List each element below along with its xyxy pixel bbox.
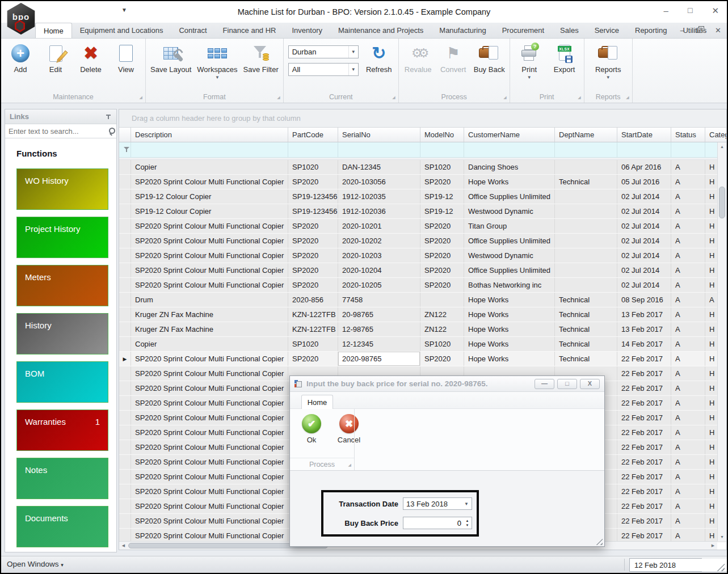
cell-customer[interactable]: Bothas Networking inc (464, 278, 555, 292)
cell-startdate[interactable]: 22 Feb 2017 (617, 470, 671, 484)
cell-serialno[interactable]: 1912-102035 (338, 189, 420, 204)
cell-status[interactable]: A (671, 352, 705, 366)
filter-select[interactable]: All ▼ (288, 63, 359, 76)
cell-startdate[interactable]: 22 Feb 2017 (617, 425, 671, 440)
cell-description[interactable]: SP2020 Sprint Colour Multi Functional Co… (131, 529, 288, 542)
filter-cell-description[interactable] (131, 142, 288, 157)
tab-maintenance-and-projects[interactable]: Maintenance and Projects (330, 23, 431, 38)
table-row[interactable]: SP2020 Sprint Colour Multi Functional Co… (119, 278, 726, 293)
cell-description[interactable]: SP2020 Sprint Colour Multi Functional Co… (131, 499, 288, 513)
filter-cell-startdate[interactable] (617, 142, 671, 157)
cell-status[interactable]: A (671, 204, 705, 218)
cell-customer[interactable]: Office Supplies Unlimited (464, 263, 555, 277)
cell-description[interactable]: SP2020 Sprint Colour Multi Functional Co… (131, 175, 288, 189)
cell-dept[interactable] (555, 204, 617, 218)
column-header-partcode[interactable]: PartCode (288, 128, 338, 142)
sidebar-button-meters[interactable]: Meters (16, 265, 108, 306)
cell-serialno[interactable]: 2020-10204 (338, 263, 420, 277)
group-launcher-icon[interactable]: ◢ (392, 95, 395, 100)
cell-description[interactable]: SP2020 Sprint Colour Multi Functional Co… (131, 440, 288, 454)
cell-modelno[interactable]: SP2020 (420, 219, 464, 233)
cell-modelno[interactable]: SP19-12 (420, 189, 464, 204)
cell-partcode[interactable]: SP1020 (288, 160, 338, 174)
filter-cell-deptname[interactable] (555, 142, 617, 157)
cell-serialno[interactable]: 77458 (338, 293, 420, 307)
cell-startdate[interactable]: 22 Feb 2017 (617, 352, 671, 366)
table-row[interactable]: SP2020 Sprint Colour Multi Functional Co… (119, 263, 726, 278)
maximize-icon[interactable]: □ (688, 6, 692, 16)
cell-dept[interactable]: Technical (555, 337, 617, 351)
mdi-minimize-icon[interactable]: – (680, 26, 684, 35)
cell-dept[interactable] (555, 219, 617, 233)
cell-status[interactable]: A (671, 499, 705, 513)
search-input[interactable] (9, 127, 108, 136)
cell-status[interactable]: A (671, 366, 705, 381)
cell-customer[interactable]: Dancing Shoes (464, 160, 555, 174)
table-row[interactable]: Kruger ZN Fax MachineKZN-122TFB12-98765Z… (119, 322, 726, 337)
cell-partcode[interactable]: KZN-122TFB (288, 322, 338, 336)
sidebar-button-warranties[interactable]: Warranties1 (16, 410, 108, 451)
table-row[interactable]: Drum2020-85677458Hope WorksTechnical08 S… (119, 293, 726, 307)
filter-cell-customername[interactable] (464, 142, 555, 157)
tab-service[interactable]: Service (587, 23, 627, 38)
ok-button[interactable]: ✔ Ok (297, 412, 326, 444)
cell-serialno[interactable]: 2020-10202 (338, 234, 420, 248)
cell-serialno[interactable]: 2020-98765 (338, 352, 420, 366)
cell-description[interactable]: SP2020 Sprint Colour Multi Functional Co… (131, 263, 288, 277)
cell-modelno[interactable]: SP1020 (420, 337, 464, 351)
cell-partcode[interactable]: KZN-122TFB (288, 307, 338, 322)
cell-dept[interactable]: Technical (555, 352, 617, 366)
cell-partcode[interactable]: SP2020 (288, 219, 338, 233)
dialog-resize-grip[interactable] (595, 538, 603, 545)
cell-status[interactable]: A (671, 160, 705, 174)
cell-description[interactable]: SP2020 Sprint Colour Multi Functional Co… (131, 219, 288, 233)
cell-startdate[interactable]: 22 Feb 2017 (617, 529, 671, 542)
cell-serialno[interactable]: 2020-10203 (338, 248, 420, 263)
cell-dept[interactable] (555, 189, 617, 204)
cell-description[interactable]: SP2020 Sprint Colour Multi Functional Co… (131, 470, 288, 484)
cell-partcode[interactable]: SP2020 (288, 352, 338, 366)
cell-startdate[interactable]: 02 Jul 2014 (617, 204, 671, 218)
pin-icon[interactable] (105, 113, 112, 120)
cell-modelno[interactable]: SP2020 (420, 248, 464, 263)
group-launcher-icon[interactable]: ◢ (277, 95, 280, 100)
sidebar-button-documents[interactable]: Documents (16, 506, 108, 547)
search-icon[interactable] (108, 127, 113, 135)
cell-startdate[interactable]: 22 Feb 2017 (617, 440, 671, 454)
cell-partcode[interactable]: SP2020 (288, 234, 338, 248)
close-icon[interactable]: ✕ (712, 6, 719, 16)
cell-startdate[interactable]: 22 Feb 2017 (617, 396, 671, 410)
minimize-icon[interactable]: – (664, 6, 668, 16)
cell-modelno[interactable]: SP2020 (420, 352, 464, 366)
dialog-minimize-button[interactable]: — (535, 379, 554, 389)
cell-modelno[interactable]: ZN122 (420, 307, 464, 322)
tab-sales[interactable]: Sales (552, 23, 587, 38)
filter-cell-status[interactable] (671, 142, 705, 157)
column-header-modelno[interactable]: ModelNo (420, 128, 464, 142)
cell-description[interactable]: SP2020 Sprint Colour Multi Functional Co… (131, 234, 288, 248)
grid-filter-row[interactable] (119, 142, 727, 158)
delete-button[interactable]: ✖ Delete (76, 42, 106, 74)
reports-button[interactable]: Reports ▼ (594, 42, 623, 80)
cell-serialno[interactable]: 2020-10205 (338, 278, 420, 292)
cell-startdate[interactable]: 05 Jul 2016 (617, 175, 671, 189)
cell-dept[interactable]: Technical (555, 175, 617, 189)
cell-startdate[interactable]: 22 Feb 2017 (617, 514, 671, 528)
cell-description[interactable]: SP2020 Sprint Colour Multi Functional Co… (131, 278, 288, 292)
cell-status[interactable]: A (671, 396, 705, 410)
cell-dept[interactable] (555, 160, 617, 174)
cell-partcode[interactable]: SP19-123456 (288, 189, 338, 204)
cell-status[interactable]: A (671, 263, 705, 277)
cell-customer[interactable]: Office Supplies Unlimited (464, 189, 555, 204)
refresh-button[interactable]: ↻ Refresh (364, 42, 394, 74)
cell-customer[interactable]: Office Supplies Unlimited (464, 234, 555, 248)
cell-status[interactable]: A (671, 219, 705, 233)
scroll-up-icon[interactable]: ▲ (718, 142, 726, 151)
cell-status[interactable]: A (671, 248, 705, 263)
cell-description[interactable]: SP2020 Sprint Colour Multi Functional Co… (131, 366, 288, 381)
dialog-maximize-button[interactable]: □ (557, 379, 577, 389)
cell-status[interactable]: A (671, 322, 705, 336)
scroll-left-icon[interactable]: ◀ (119, 542, 128, 550)
cell-partcode[interactable]: SP19-123456 (288, 204, 338, 218)
cell-dept[interactable]: Technical (555, 293, 617, 307)
